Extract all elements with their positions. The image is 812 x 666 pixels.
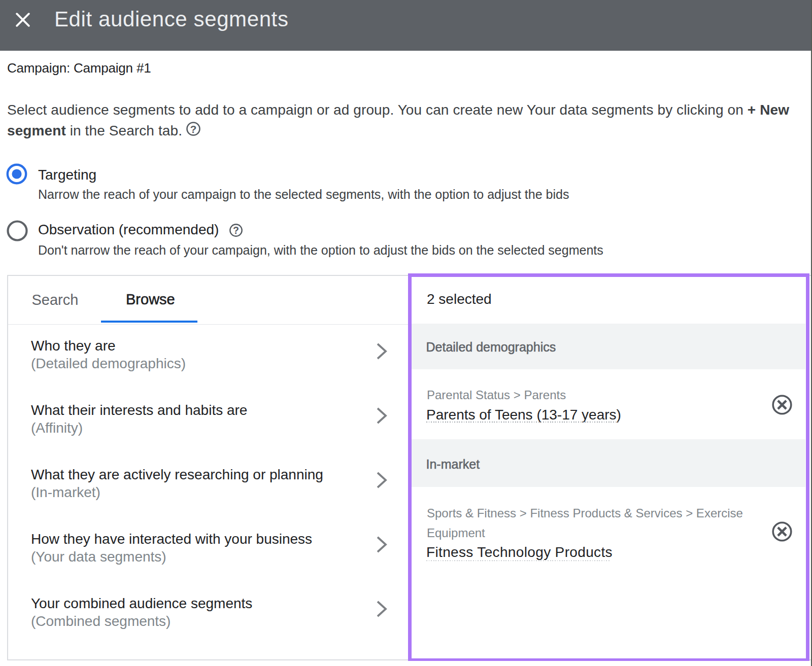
svg-text:?: ? <box>233 225 239 236</box>
svg-text:?: ? <box>190 123 197 135</box>
